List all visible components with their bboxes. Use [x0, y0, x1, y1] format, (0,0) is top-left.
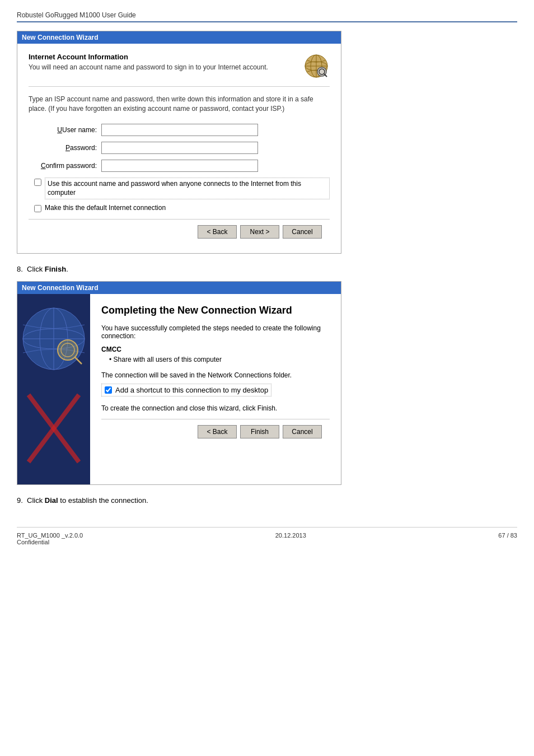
- wizard2-finish-button[interactable]: Finish: [240, 425, 279, 438]
- connection-name: CMCC: [101, 346, 330, 353]
- shortcut-label: Add a shortcut to this connection to my …: [115, 386, 268, 394]
- wizard1-body: Internet Account Information You will ne…: [17, 44, 341, 253]
- page-header: Robustel GoRugged M1000 User Guide: [17, 11, 517, 22]
- wizard2-completing-desc: You have successfully completed the step…: [101, 324, 330, 340]
- connection-item: Share with all users of this computer: [109, 356, 330, 363]
- wizard1-footer: < Back Next > Cancel: [29, 219, 330, 244]
- wizard2-body: Completing the New Connection Wizard You…: [17, 294, 341, 484]
- step9-bold: Dial: [45, 496, 58, 505]
- wizard1-header-text: Internet Account Information You will ne…: [29, 53, 268, 71]
- wizard1-icon: [303, 53, 330, 80]
- wizard1-section-subtitle: You will need an account name and passwo…: [29, 63, 268, 71]
- shortcut-checkbox-row: Add a shortcut to this connection to my …: [101, 384, 271, 396]
- wizard1-cancel-button[interactable]: Cancel: [283, 225, 322, 239]
- shortcut-checkbox[interactable]: [105, 386, 112, 394]
- wizard2-footer: < Back Finish Cancel: [101, 419, 330, 444]
- username-row: UUser name:: [29, 124, 330, 136]
- confirm-password-label: Confirm password:: [29, 162, 101, 170]
- password-label: Password:: [29, 144, 101, 152]
- wizard1-next-button[interactable]: Next >: [240, 225, 279, 239]
- wizard2-cancel-button[interactable]: Cancel: [283, 425, 322, 438]
- wizard2-title-bar: New Connection Wizard: [17, 282, 341, 294]
- wizard2-right-panel: Completing the New Connection Wizard You…: [90, 294, 341, 484]
- confirm-password-input[interactable]: [101, 160, 258, 172]
- username-input[interactable]: [101, 124, 258, 136]
- password-row: Password:: [29, 142, 330, 154]
- wizard1-header-section: Internet Account Information You will ne…: [29, 53, 330, 87]
- footer-left: RT_UG_M1000 _v.2.0.0 Confidential: [17, 532, 83, 545]
- checkbox1[interactable]: [34, 179, 41, 186]
- wizard2-box: New Connection Wizard: [17, 281, 341, 485]
- wizard2-left-panel: [17, 294, 90, 484]
- wizard2-back-button[interactable]: < Back: [198, 425, 237, 438]
- page-footer: RT_UG_M1000 _v.2.0.0 Confidential 20.12.…: [17, 527, 517, 545]
- step8-bold: Finish: [45, 265, 66, 273]
- final-note: To create the connection and close this …: [101, 404, 330, 412]
- step9-label: 9. Click Dial to establish the connectio…: [17, 496, 517, 505]
- wizard1-back-button[interactable]: < Back: [198, 225, 237, 239]
- wizard1-title-bar: New Connection Wizard: [17, 31, 341, 44]
- password-input[interactable]: [101, 142, 258, 154]
- checkbox2[interactable]: [34, 205, 41, 212]
- checkbox2-label: Make this the default Internet connectio…: [45, 204, 166, 212]
- wizard2-left-bg: [17, 294, 90, 484]
- footer-doc-id: RT_UG_M1000 _v.2.0.0: [17, 532, 83, 539]
- footer-date: 20.12.2013: [275, 532, 306, 545]
- username-label: UUser name:: [29, 126, 101, 134]
- checkbox2-row: Make this the default Internet connectio…: [34, 204, 330, 212]
- checkbox1-row: Use this account name and password when …: [34, 178, 330, 200]
- wizard1-box: New Connection Wizard Internet Account I…: [17, 31, 341, 254]
- wizard2-completing-title: Completing the New Connection Wizard: [101, 304, 330, 317]
- step8-label: 8. Click Finish.: [17, 265, 517, 273]
- footer-page: 67 / 83: [498, 532, 517, 545]
- wizard2-title: New Connection Wizard: [22, 284, 99, 292]
- checkbox1-label: Use this account name and password when …: [45, 178, 330, 200]
- footer-confidential: Confidential: [17, 539, 83, 545]
- confirm-password-row: Confirm password:: [29, 160, 330, 172]
- wizard1-info-text: Type an ISP account name and password, t…: [29, 95, 330, 114]
- network-note: The connection will be saved in the Netw…: [101, 371, 330, 379]
- wizard1-title: New Connection Wizard: [22, 34, 99, 41]
- wizard1-section-title: Internet Account Information: [29, 53, 268, 61]
